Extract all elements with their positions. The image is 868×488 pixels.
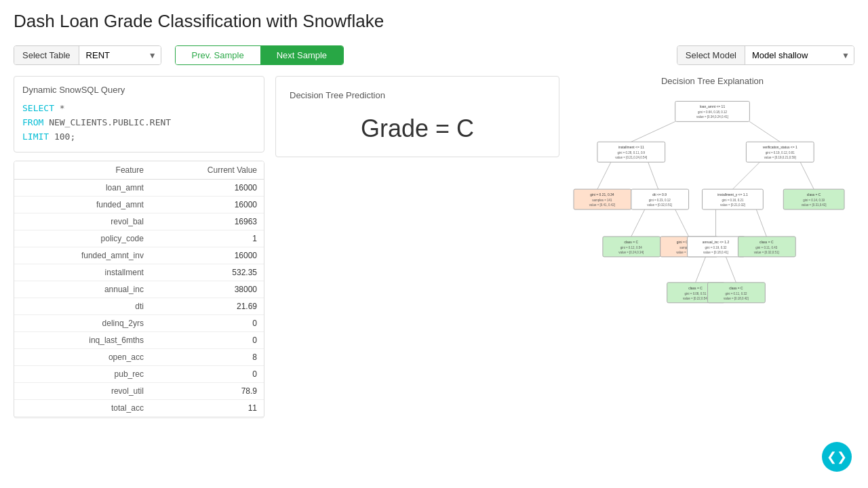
select-model-label: Select Model [677,46,745,64]
feature-value-cell: 78.9 [151,383,264,400]
feature-name-cell: funded_amnt_inv [14,247,151,264]
tree-node-l3-2: dti <= 0.9 gini = 0.23, 0.12 value = [0.… [631,189,689,209]
svg-text:gini = 0.12, 0.54: gini = 0.12, 0.54 [620,246,642,249]
keyword-limit: LIMIT [22,131,49,142]
query-line3-rest: 100; [49,131,75,142]
table-row: funded_amnt_inv16000 [14,247,264,264]
tree-node-l5-2: class = C gini = 0.11, 0.32 value = [0.1… [708,283,766,303]
prediction-value: Grade = C [290,114,545,143]
toolbar: Select Table RENT ▼ Prev. Sample Next Sa… [14,45,854,65]
svg-text:value = [0.22,0.54]: value = [0.22,0.54] [683,297,708,300]
feature-name-cell: inq_last_6mths [14,332,151,349]
model-select[interactable]: Model shallow [745,46,854,64]
feature-value-cell: 38000 [151,281,264,298]
middle-panel: Decision Tree Prediction Grade = C [275,76,559,418]
next-sample-button[interactable]: Next Sample [260,46,343,64]
svg-text:value = [0.32,0.51]: value = [0.32,0.51] [647,203,672,207]
table-row: delinq_2yrs0 [14,315,264,332]
svg-text:verification_status <= 1: verification_status <= 1 [763,145,797,149]
feature-value-cell: 532.35 [151,264,264,281]
tree-node-l4-1: class = C gini = 0.12, 0.54 value = [0.2… [603,237,660,257]
feature-name-cell: open_acc [14,349,151,366]
feature-name-cell: total_acc [14,400,151,417]
svg-line-14 [597,162,611,189]
feature-value-cell: 21.69 [151,298,264,315]
svg-text:value = [0.34,0.24,0.41]: value = [0.34,0.24,0.41] [696,115,728,119]
svg-text:value = [0.31,0.42]: value = [0.31,0.42] [802,203,827,207]
keyword-select: SELECT [22,103,54,113]
feature-name-cell: policy_code [14,230,151,247]
table-row: total_acc11 [14,400,264,417]
svg-text:class = C: class = C [807,192,821,197]
tree-node-l3-1: gini = 0.21, 0.34 samples = 141 value = … [574,189,631,209]
svg-text:gini = 0.08, 0.51: gini = 0.08, 0.51 [685,292,707,296]
tree-container: loan_amnt <= 11 gini = 0.64, 0.18, 0.12 … [570,93,854,364]
feature-name-cell: funded_amnt [14,197,151,214]
tree-node-l4-3: annual_inc <= 1.2 gini = 0.19, 0.32 valu… [688,237,745,257]
svg-text:value = [0.41, 0.42]: value = [0.41, 0.42] [589,203,615,207]
main-content: Dynamic SnowSQL Query SELECT * FROM NEW_… [14,76,854,418]
svg-text:class = C: class = C [729,286,743,290]
svg-text:gini = 0.19, 0.32: gini = 0.19, 0.32 [705,246,727,249]
table-row: inq_last_6mths0 [14,332,264,349]
svg-text:gini = 0.23, 0.12: gini = 0.23, 0.12 [649,199,671,202]
svg-line-59 [726,257,736,283]
feature-name-cell: revol_bal [14,214,151,230]
query-line-3: LIMIT 100; [22,130,256,144]
right-panel: Decision Tree Explanation loan_amnt <= 1… [570,76,854,418]
svg-text:dti <= 0.9: dti <= 0.9 [652,192,667,197]
svg-text:value = [0.19,0.21,0.59]: value = [0.19,0.21,0.59] [764,156,796,159]
query-line1-rest: * [54,103,65,113]
decision-tree-svg: loan_amnt <= 11 gini = 0.64, 0.18, 0.12 … [570,93,854,364]
select-model-group: Select Model Model shallow ▼ [677,45,854,65]
svg-line-49 [756,209,766,237]
svg-text:gini = 0.11, 0.32: gini = 0.11, 0.32 [725,292,747,296]
svg-text:installment <= 11: installment <= 11 [618,145,644,149]
svg-text:value = [0.18,0.41]: value = [0.18,0.41] [703,251,728,254]
query-line-2: FROM NEW_CLIENTS.PUBLIC.RENT [22,116,256,130]
left-panel: Dynamic SnowSQL Query SELECT * FROM NEW_… [14,76,264,418]
page-title: Dash Loan Grade Classification with Snow… [14,11,854,32]
table-row: out_prncp0 [14,417,264,419]
svg-text:class = C: class = C [760,240,774,244]
feature-table-wrapper[interactable]: Feature Current Value loan_amnt16000fund… [14,161,264,418]
tree-node-l2-right: verification_status <= 1 gini = 0.19, 0.… [746,142,814,162]
feature-table: Feature Current Value loan_amnt16000fund… [14,161,264,418]
svg-text:gini = 0.16, 0.21: gini = 0.16, 0.21 [722,199,743,202]
svg-line-39 [675,209,689,237]
feature-name-cell: revol_util [14,383,151,400]
query-box: Dynamic SnowSQL Query SELECT * FROM NEW_… [14,76,264,152]
table-row: policy_code1 [14,230,264,247]
table-row: revol_util78.9 [14,383,264,400]
table-select[interactable]: RENT [79,46,161,64]
feature-name-cell: pub_rec [14,366,151,383]
nav-prev-icon: ❮ [827,449,837,464]
svg-line-34 [631,209,645,237]
feature-value-cell: 0 [151,366,264,383]
svg-text:gini = 0.19, 0.12, 0.81: gini = 0.19, 0.12, 0.81 [766,151,795,155]
svg-line-29 [800,162,814,189]
svg-text:samples = 141: samples = 141 [592,199,612,202]
svg-text:loan_amnt <= 11: loan_amnt <= 11 [700,104,726,108]
feature-value-cell: 16000 [151,180,264,197]
tree-node-l4-4: class = C gini = 0.11, 0.43 value = [0.3… [738,237,795,257]
tree-node-l3-4: class = C gini = 0.14, 0.19 value = [0.3… [783,189,844,209]
query-code: SELECT * FROM NEW_CLIENTS.PUBLIC.RENT LI… [22,102,256,144]
table-header-row: Feature Current Value [14,161,264,180]
table-row: pub_rec0 [14,366,264,383]
feature-name-cell: out_prncp [14,417,151,419]
select-table-label: Select Table [14,46,79,64]
svg-text:annual_inc <= 1.2: annual_inc <= 1.2 [703,240,730,244]
feature-name-cell: loan_amnt [14,180,151,197]
nav-button[interactable]: ❮ ❯ [822,442,852,472]
feature-value-cell: 8 [151,349,264,366]
svg-text:value = [0.21,0.24,0.54]: value = [0.21,0.24,0.54] [615,156,647,159]
tree-node-l3-3: installment_y <= 1.1 gini = 0.16, 0.21 v… [703,189,764,209]
table-row: loan_amnt16000 [14,180,264,197]
prediction-title: Decision Tree Prediction [290,90,545,100]
feature-value-cell: 16963 [151,214,264,230]
sample-buttons-group: Prev. Sample Next Sample [175,45,344,65]
feature-name-cell: delinq_2yrs [14,315,151,332]
prev-sample-button[interactable]: Prev. Sample [176,46,260,64]
svg-text:value = [0.24,0.34]: value = [0.24,0.34] [618,251,644,254]
